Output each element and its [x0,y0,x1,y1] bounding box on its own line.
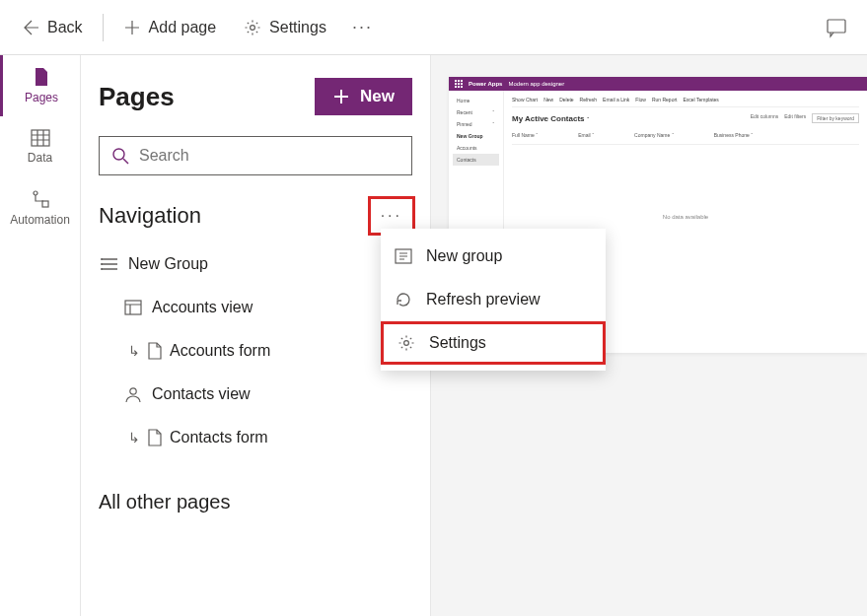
svg-rect-15 [458,83,460,85]
preview-side-recent: Recent˅ [453,106,499,118]
menu-refresh-label: Refresh preview [426,291,541,308]
feedback-button[interactable] [814,17,859,38]
navigation-section-header: Navigation ··· [81,191,430,240]
navigation-more-button[interactable]: ··· [371,199,412,233]
refresh-icon [395,291,412,308]
navigation-title: Navigation [99,203,201,229]
svg-rect-17 [455,86,457,88]
preview-side-accounts: Accounts [453,142,499,154]
top-command-bar: Back Add page Settings ··· [0,0,867,55]
chat-icon [826,17,847,38]
form-icon [148,342,162,360]
svg-point-21 [404,341,409,346]
overflow-button[interactable]: ··· [342,17,383,37]
subpage-arrow-icon: ↳ [128,430,140,445]
flow-icon [31,189,50,209]
new-group-icon [395,248,412,264]
preview-side-contacts: Contacts [453,154,499,166]
preview-side-home: Home [453,95,499,106]
plus-icon [123,19,141,36]
navigation-context-menu: New group Refresh preview Settings [381,229,606,371]
tree-item-label: Contacts form [170,429,268,446]
svg-point-3 [34,191,37,195]
new-button[interactable]: New [315,78,412,115]
rail-data-label: Data [28,151,52,165]
search-input[interactable] [139,137,399,174]
menu-settings-label: Settings [429,334,486,352]
navigation-tree: New Group Accounts view ↳ Accounts form … [81,240,430,471]
pages-panel: Pages New Navigation ··· New Group Accou… [81,55,431,616]
preview-brand: Power Apps [469,81,502,87]
rail-pages-label: Pages [25,91,58,104]
back-button[interactable]: Back [8,8,95,47]
svg-rect-2 [32,130,49,146]
svg-point-7 [101,263,103,265]
tree-item-label: Accounts form [170,342,270,360]
tree-group-label: New Group [128,255,208,273]
preview-side-pinned: Pinned˅ [453,118,499,130]
svg-point-6 [101,258,103,260]
gear-icon [244,19,261,36]
view-icon [124,300,142,315]
back-arrow-icon [20,18,39,37]
new-button-label: New [360,87,395,106]
svg-rect-4 [42,201,48,207]
divider [103,14,104,41]
panel-title: Pages [99,82,175,112]
menu-new-group[interactable]: New group [381,235,606,278]
search-icon [111,147,129,165]
tree-item-label: Contacts view [152,385,251,403]
all-other-pages-title: All other pages [81,471,430,533]
back-label: Back [47,19,83,36]
svg-rect-16 [461,83,463,85]
menu-settings[interactable]: Settings [381,321,606,365]
settings-button[interactable]: Settings [232,8,338,47]
add-page-button[interactable]: Add page [111,8,229,47]
svg-point-5 [113,149,124,160]
svg-rect-11 [455,80,457,82]
svg-rect-18 [458,86,460,88]
preview-empty-text: No data available [512,145,859,220]
svg-rect-1 [828,20,845,33]
tree-item-label: Accounts view [152,299,253,316]
waffle-icon [455,80,463,88]
preview-topbar: Power Apps Modern app designer [449,77,867,91]
svg-rect-19 [461,86,463,88]
subpage-arrow-icon: ↳ [128,343,140,359]
svg-rect-9 [125,301,141,314]
settings-label: Settings [269,19,326,36]
tree-item-contacts-form[interactable]: ↳ Contacts form [81,416,430,459]
rail-automation-label: Automation [10,213,70,227]
tree-item-accounts-view[interactable]: Accounts view [81,286,430,329]
svg-point-8 [101,268,103,270]
tree-item-accounts-form[interactable]: ↳ Accounts form [81,329,430,373]
preview-side-group: New Group [453,130,499,142]
page-icon [33,67,50,87]
form-icon [148,429,162,446]
svg-rect-14 [455,83,457,85]
table-icon [31,129,50,147]
person-icon [124,385,142,403]
panel-header: Pages New [81,55,430,122]
menu-refresh-preview[interactable]: Refresh preview [381,278,606,321]
svg-rect-13 [461,80,463,82]
rail-automation[interactable]: Automation [0,177,80,239]
svg-point-0 [251,25,255,30]
plus-icon [332,88,350,105]
tree-item-contacts-view[interactable]: Contacts view [81,373,430,416]
rail-pages[interactable]: Pages [0,55,80,116]
svg-point-10 [130,388,136,394]
preview-app-name: Modern app designer [508,81,564,87]
left-rail: Pages Data Automation [0,55,81,616]
preview-table-header: Full Name ˅ Email ˅ Company Name ˅ Busin… [512,129,859,145]
search-box[interactable] [99,136,412,175]
group-icon [101,257,118,271]
svg-rect-12 [458,80,460,82]
preview-view-header: My Active Contacts ˅ Edit columns Edit f… [512,107,859,129]
tree-group[interactable]: New Group [81,242,430,286]
preview-command-bar: Show Chart New Delete Refresh Email a Li… [512,97,859,107]
menu-new-group-label: New group [426,247,502,265]
gear-icon [397,334,415,352]
rail-data[interactable]: Data [0,116,80,177]
add-page-label: Add page [149,19,217,36]
